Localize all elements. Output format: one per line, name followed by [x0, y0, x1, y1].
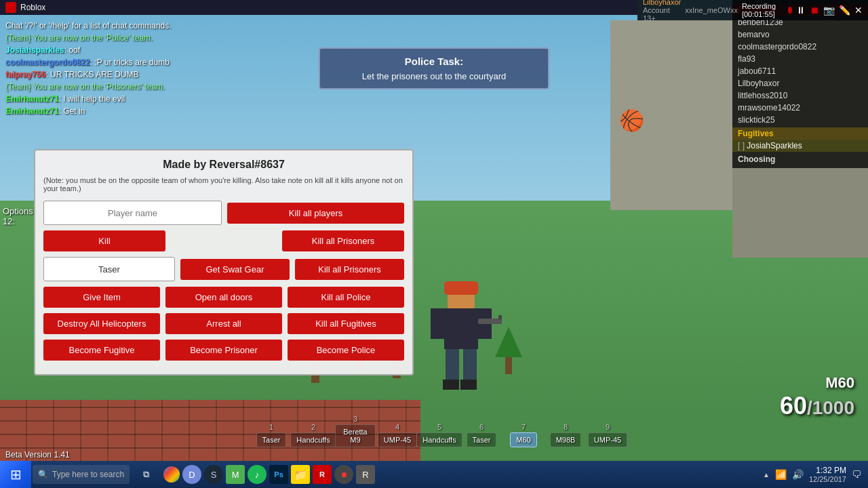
chat-line-4: coolmastergordo0822: :P ur tricks are du…	[5, 57, 205, 68]
task-description: Let the prisoners out to the courtyard	[331, 71, 537, 81]
kill-all-prisoners-button[interactable]: Kill all Prisoners	[282, 230, 404, 251]
hotbar-slot-8: 8 M98B	[545, 423, 586, 447]
chat-line-8: Emirhanutz71: Get in	[5, 106, 205, 117]
extra-icon[interactable]: R	[356, 465, 375, 484]
svg-rect-2	[444, 308, 478, 349]
notifications-icon[interactable]: 🗨	[852, 469, 861, 480]
taskbar-time-display: 1:32 PM	[809, 466, 846, 475]
svg-rect-1	[444, 281, 478, 295]
chat-line-7: Emirhanutz71: I will help the evil	[5, 94, 205, 104]
kill-all-players-button[interactable]: Kill all players	[227, 203, 404, 224]
taskbar-app-icons: D S M ♪ Ps 📁 R ⏺ R	[163, 465, 375, 484]
window-title: Roblox	[20, 3, 45, 12]
options-text: Options	[3, 206, 33, 216]
search-bar[interactable]: 🔍 Type here to search	[33, 465, 130, 484]
hotbar-slot-1: 1 Taser	[251, 423, 292, 447]
photoshop-icon[interactable]: Ps	[269, 465, 288, 484]
recording-indicator	[788, 7, 792, 14]
svg-rect-7	[443, 380, 459, 390]
player-mrawsome14022: mrawsome14022	[732, 102, 868, 114]
choosing-section-label: Choosing	[732, 153, 868, 165]
destroy-helicopters-button[interactable]: Destroy All Helicopters	[43, 313, 160, 334]
stop-icon[interactable]: ⏹	[810, 5, 819, 16]
hotbar: 1 Taser 2 Handcuffs 3 Beretta M9 4 UMP-4…	[0, 415, 868, 447]
open-all-doors-button[interactable]: Open all doors	[165, 287, 282, 308]
player-character	[420, 278, 502, 400]
get-swat-gear-button[interactable]: Get Swat Gear	[180, 259, 290, 280]
menu-row-5: Destroy All Helicopters Arrest all Kill …	[43, 313, 404, 334]
steam-icon[interactable]: S	[204, 465, 223, 484]
account-tier: Account 13+	[643, 6, 670, 22]
taser-input[interactable]	[43, 257, 175, 281]
timer-text: 12:	[3, 216, 33, 226]
chrome-icon[interactable]	[163, 466, 180, 483]
camera-icon[interactable]: 📷	[823, 5, 835, 16]
spotify-icon[interactable]: ♪	[248, 465, 267, 484]
player-fla93: fla93	[732, 53, 868, 65]
title-bar: Roblox	[0, 0, 637, 15]
svg-rect-10	[498, 315, 502, 319]
player-bemarvo: bemarvo	[732, 28, 868, 41]
chat-line-2: {Team} You are now on the 'Police' team.	[5, 33, 205, 43]
menu-row-1: Kill all players	[43, 201, 404, 225]
chat-line-6: {Team} You are now on the 'Prisoners' te…	[5, 81, 205, 92]
taskbar-clock[interactable]: 1:32 PM 12/25/2017	[809, 466, 846, 483]
menu-row-4: Give Item Open all doors Kill all Police	[43, 287, 404, 308]
svg-rect-6	[463, 349, 477, 383]
arrest-all-button[interactable]: Arrest all	[165, 313, 282, 334]
hack-menu: Made by Reversal#8637 (Note: you must be…	[34, 149, 414, 375]
task-title: Police Task:	[331, 56, 537, 67]
give-item-button[interactable]: Give Item	[43, 287, 160, 308]
menu-row-6: Become Fugitive Become Prisoner Become P…	[43, 340, 404, 361]
edit-icon[interactable]: ✏️	[839, 5, 850, 16]
roblox-icon	[5, 2, 16, 13]
pause-icon[interactable]: ⏸	[796, 5, 806, 16]
chat-line-1: Chat '/?!' or '/help' for a list of chat…	[5, 20, 205, 31]
player-lilboyhaxor: Lilboyhaxor	[732, 77, 868, 89]
become-prisoner-button[interactable]: Become Prisoner	[165, 340, 282, 361]
volume-icon[interactable]: 🔊	[792, 469, 804, 480]
network-icon[interactable]: 📶	[775, 469, 787, 480]
weapon-name: M60	[780, 374, 854, 392]
become-police-button[interactable]: Become Police	[288, 340, 404, 361]
svg-rect-5	[446, 349, 459, 383]
recording-bar: Lilboyhaxor Account 13+ xxIne_meOWxx Rec…	[637, 0, 868, 20]
task-view-button[interactable]: ⧉	[134, 462, 158, 487]
system-tray: ▲ 📶 🔊 1:32 PM 12/25/2017 🗨	[763, 466, 868, 483]
hack-menu-title: Made by Reversal#8637	[43, 159, 404, 171]
chat-line-3: Josiahsparkles: oof	[5, 45, 205, 56]
kill-all-police-button[interactable]: Kill all Police	[288, 287, 404, 308]
hotbar-slot-9: 9 UMP-45	[587, 423, 628, 447]
search-placeholder[interactable]: Type here to search	[52, 470, 124, 479]
beta-version-label: Beta Version 1.41	[5, 450, 70, 460]
svg-rect-8	[460, 380, 477, 390]
player-coolmastergordo: coolmastergordo0822	[732, 41, 868, 53]
start-button[interactable]: ⊞	[0, 461, 31, 488]
minecraft-icon[interactable]: M	[226, 465, 245, 484]
menu-row-3: Get Swat Gear Kill all Prisoners	[43, 257, 404, 281]
player-slicktick25: slicktick25	[732, 114, 868, 126]
svg-rect-3	[431, 308, 444, 339]
account-name: Lilboyhaxor Account 13+	[643, 0, 681, 22]
files-icon[interactable]: 📁	[291, 465, 310, 484]
username-display: Lilboyhaxor	[643, 0, 681, 6]
kill-all-prisoners-button2[interactable]: Kill all Prisoners	[295, 259, 404, 280]
roblox-taskbar-icon[interactable]: R	[313, 465, 332, 484]
kill-all-fugitives-button[interactable]: Kill all Fugitives	[288, 313, 404, 334]
search-icon: 🔍	[38, 470, 48, 479]
player-jabou6711: jabou6711	[732, 65, 868, 77]
expand-tray-icon[interactable]: ▲	[763, 471, 770, 479]
player-name-input[interactable]	[43, 201, 222, 225]
kill-button[interactable]: Kill	[43, 230, 165, 251]
hotbar-slot-6: 6 Taser	[461, 423, 502, 447]
hotbar-slot-2: 2 Handcuffs	[293, 423, 334, 447]
hotbar-slot-4: 4 UMP-45	[377, 423, 418, 447]
discord-icon[interactable]: D	[182, 465, 201, 484]
become-fugitive-button[interactable]: Become Fugitive	[43, 340, 160, 361]
fugitives-section-label: Fugitives	[732, 127, 868, 140]
hotbar-slot-7[interactable]: 7 M60	[503, 423, 544, 447]
hotbar-slot-3: 3 Beretta M9	[335, 415, 376, 447]
hack-menu-note: (Note: you must be on the opposite team …	[43, 176, 404, 192]
obs-icon[interactable]: ⏺	[334, 465, 353, 484]
close-icon[interactable]: ✕	[854, 5, 863, 16]
